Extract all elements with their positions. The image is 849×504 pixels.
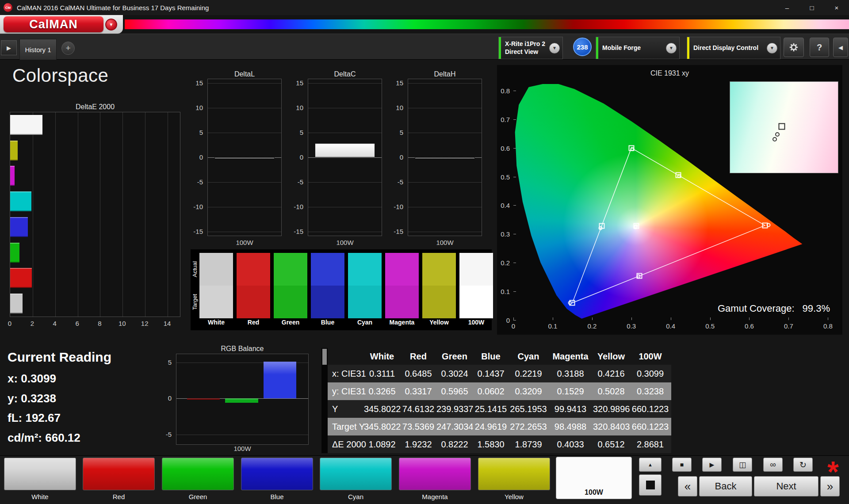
meter-dropdown[interactable]: X-Rite i1Pro 2 Direct View ▼ — [498, 37, 563, 59]
close-button[interactable]: × — [824, 0, 849, 15]
add-tab-button[interactable]: + — [61, 42, 75, 55]
tick-label: 0.7 — [784, 322, 793, 330]
tick-label: -5 — [166, 430, 172, 438]
stop-icon — [646, 481, 655, 489]
rgb-balance-y-axis: 50-5 — [157, 354, 174, 445]
swatch-actual — [199, 253, 233, 286]
pattern-button-label: Cyan — [320, 493, 392, 500]
stop-button[interactable]: ■ — [672, 458, 692, 472]
tick-label: 5 — [199, 128, 203, 136]
bar-white — [10, 294, 23, 313]
tick-mark — [788, 317, 789, 320]
tick-mark — [553, 317, 553, 320]
column-header: Green — [436, 351, 473, 362]
expand-controls-button[interactable]: ▲ — [639, 458, 662, 472]
grid-line — [100, 112, 100, 317]
bar-red — [187, 398, 220, 400]
deltah-y-axis: 151050-5-10-15 — [388, 79, 406, 236]
chevron-up-icon: ▲ — [648, 462, 653, 467]
tick-label: 0.5 — [501, 173, 510, 180]
table-cell: 0.3238 — [629, 386, 671, 397]
row-label: Target Y — [328, 422, 364, 432]
scrollbar-thumb[interactable] — [322, 349, 327, 365]
table-cell: 0.3209 — [509, 386, 548, 397]
table-scrollbar[interactable] — [321, 348, 328, 453]
rgb-balance-chart — [176, 354, 309, 445]
display-control-dropdown[interactable]: Direct Display Control ▼ — [687, 37, 780, 59]
table-cell: 1.0892 — [364, 439, 400, 450]
grid-line — [208, 232, 281, 232]
grid-line — [408, 83, 482, 84]
pattern-button-blue[interactable] — [241, 458, 313, 490]
source-status-accent — [596, 37, 598, 59]
tick-label: 0 — [300, 153, 303, 161]
pattern-button-magenta[interactable] — [399, 458, 471, 490]
column-header: Blue — [473, 351, 509, 362]
calman-logo[interactable]: CalMAN — [4, 16, 103, 32]
settings-button[interactable] — [784, 38, 804, 57]
stop-measure-button[interactable] — [639, 474, 662, 496]
collapse-panel-button[interactable]: ◀ — [833, 38, 848, 57]
alert-asterisk-icon[interactable]: * — [821, 455, 845, 479]
rgb-balance-title: RGB Balance — [176, 345, 309, 353]
swatch-red — [237, 253, 270, 318]
play-button[interactable]: ▶ — [702, 458, 722, 472]
single-measure-button[interactable]: ◫ — [733, 458, 752, 472]
table-header-row: WhiteRedGreenBlueCyanMagentaYellow100W — [328, 348, 671, 365]
pattern-button-red[interactable] — [83, 458, 155, 490]
tick-label: 0.1 — [548, 322, 557, 330]
tick-label: 0.3 — [501, 230, 510, 238]
measurement-count-badge[interactable]: 238 — [573, 38, 592, 56]
table-row: Y345.802274.6132239.933725.1415265.19539… — [328, 400, 671, 418]
swatch-target — [385, 286, 419, 318]
grid-line — [145, 112, 145, 317]
back-arrows-button[interactable]: « — [678, 476, 697, 496]
pattern-button-cyan[interactable] — [320, 458, 392, 490]
table-cell: 1.9232 — [400, 439, 436, 450]
double-chevron-right-icon: » — [827, 480, 833, 493]
tick-label: 10 — [195, 103, 203, 111]
grid-line — [308, 108, 382, 108]
table-cell: 1.5830 — [473, 439, 509, 450]
next-button[interactable]: Next — [754, 476, 818, 496]
minimize-button[interactable]: – — [775, 0, 799, 15]
table-row: x: CIE310.31110.64850.30240.14370.22190.… — [328, 365, 671, 382]
display-status-accent — [687, 37, 689, 59]
calman-menu-button[interactable]: ▼ — [105, 19, 117, 31]
swatch-target — [311, 286, 344, 318]
tick-label: 0.2 — [587, 322, 597, 330]
pattern-button-label: Red — [83, 493, 155, 500]
maximize-button[interactable]: □ — [799, 0, 824, 15]
inset-measured-marker — [773, 137, 777, 141]
deltae2000-chart-title: DeltaE 2000 — [10, 103, 180, 111]
page-title: Colorspace — [12, 65, 108, 86]
swatch-white — [199, 253, 233, 318]
tab-history-1[interactable]: History 1 — [19, 39, 57, 60]
pattern-button-green[interactable] — [162, 458, 234, 490]
forward-arrows-button[interactable]: » — [820, 476, 840, 496]
continuous-measure-button[interactable]: ∞ — [763, 458, 783, 472]
swatch-actual — [459, 253, 493, 286]
tick-label: 15 — [296, 79, 303, 86]
chevron-down-icon: ▼ — [109, 22, 114, 27]
pattern-button-white[interactable] — [4, 458, 76, 490]
table-cell: 0.6512 — [593, 439, 629, 450]
refresh-button[interactable]: ↻ — [793, 458, 813, 472]
close-icon: × — [835, 4, 839, 11]
back-button[interactable]: Back — [699, 476, 752, 496]
pattern-button-100w[interactable]: 100W — [556, 457, 632, 499]
bar-cyan — [10, 191, 31, 211]
tick-label: 0 — [168, 394, 172, 402]
pattern-button-yellow[interactable] — [478, 458, 550, 490]
tick-label: 0.8 — [823, 322, 833, 330]
column-header: Yellow — [593, 351, 629, 362]
tick-mark — [513, 263, 516, 263]
expand-panel-button[interactable]: ▶ — [1, 40, 17, 55]
bar-green — [10, 243, 19, 263]
bar-yellow — [10, 141, 18, 160]
help-button[interactable]: ? — [810, 38, 829, 57]
swatch-blue — [311, 253, 344, 318]
grid-line — [78, 112, 78, 317]
source-dropdown[interactable]: Mobile Forge ▼ — [596, 37, 680, 59]
bar-blue — [10, 217, 28, 237]
